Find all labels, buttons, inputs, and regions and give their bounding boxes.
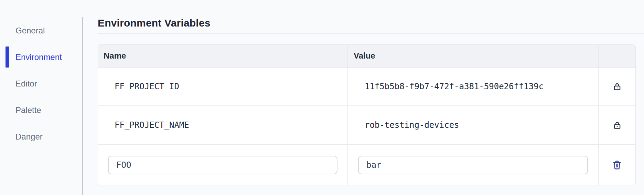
new-var-name-input[interactable] [108, 156, 337, 174]
environment-variables-table: Name Value FF_PROJECT_ID 11f5b5b8-f9b7-4… [98, 44, 636, 185]
lock-icon [613, 121, 622, 130]
new-var-name-cell [98, 145, 347, 185]
page-title: Environment Variables [98, 17, 644, 29]
table-row: FF_PROJECT_NAME rob-testing-devices [98, 105, 635, 144]
name-column-header: Name [98, 45, 347, 67]
environment-settings-panel: Environment Variables Name Value FF_PROJ… [83, 0, 644, 195]
value-column-header: Value [347, 45, 598, 67]
sidebar-item-label: Environment [15, 52, 62, 62]
env-var-name: FF_PROJECT_NAME [98, 106, 347, 144]
env-var-name: FF_PROJECT_ID [98, 68, 347, 105]
row-action-cell [598, 106, 635, 144]
new-var-value-input[interactable] [358, 156, 588, 174]
sidebar-item-label: Palette [15, 105, 41, 115]
delete-variable-button[interactable] [611, 158, 623, 172]
row-action-cell [598, 68, 635, 105]
trash-icon [612, 160, 622, 170]
sidebar-item-environment[interactable]: Environment [0, 44, 82, 70]
sidebar-item-label: General [15, 26, 45, 35]
env-var-value: rob-testing-devices [347, 106, 598, 144]
actions-column-header [598, 45, 635, 67]
sidebar-item-palette[interactable]: Palette [0, 97, 82, 123]
sidebar-item-danger[interactable]: Danger [0, 123, 82, 150]
sidebar-item-editor[interactable]: Editor [0, 70, 82, 97]
table-row-editable [98, 144, 635, 185]
new-var-value-cell [347, 145, 598, 185]
env-var-value: 11f5b5b8-f9b7-472f-a381-590e26ff139c [347, 68, 598, 105]
active-indicator-bar [6, 47, 9, 68]
sidebar-item-label: Editor [15, 79, 37, 89]
settings-sidebar: General Environment Editor Palette Dange… [0, 0, 82, 195]
table-header-row: Name Value [98, 45, 635, 67]
table-row: FF_PROJECT_ID 11f5b5b8-f9b7-472f-a381-59… [98, 67, 635, 105]
row-action-cell [598, 145, 635, 185]
sidebar-item-label: Danger [15, 132, 43, 142]
title-divider [98, 33, 644, 34]
lock-icon [613, 82, 622, 91]
sidebar-item-general[interactable]: General [0, 17, 82, 44]
